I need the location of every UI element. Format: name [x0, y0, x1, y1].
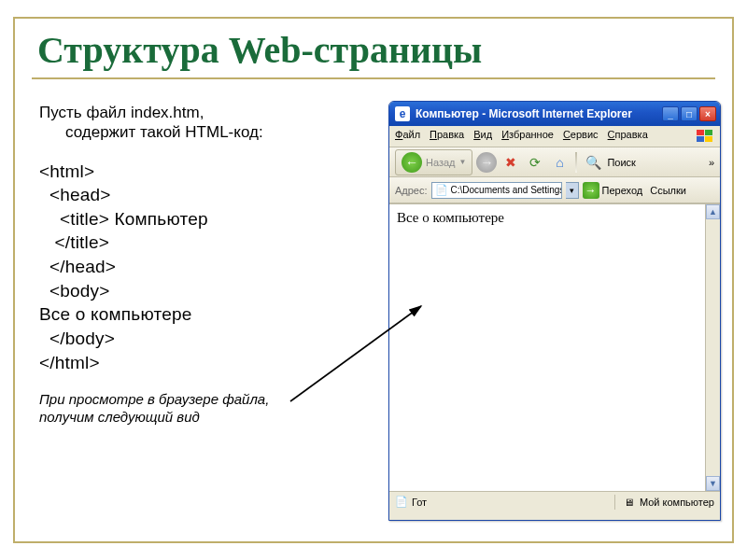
- page-icon: 📄: [435, 184, 448, 197]
- menu-favorites[interactable]: Избранное: [501, 129, 554, 144]
- maximize-button[interactable]: □: [681, 106, 698, 121]
- slide-title: Структура Web-страницы: [37, 28, 732, 72]
- code-line: <title> Компьютер: [39, 207, 357, 231]
- back-label: Назад: [426, 157, 456, 168]
- address-bar: Адрес: 📄 C:\Documents and Settings\ ▾ → …: [389, 177, 720, 203]
- svg-rect-0: [697, 130, 704, 135]
- go-arrow-icon: →: [583, 182, 599, 199]
- go-label: Переход: [602, 185, 643, 196]
- links-label[interactable]: Ссылки: [650, 185, 686, 196]
- go-button[interactable]: → Переход: [583, 182, 643, 199]
- outro-line: При просмотре в браузере файла,: [39, 391, 357, 409]
- search-label[interactable]: Поиск: [607, 157, 635, 168]
- back-button[interactable]: ← Назад ▼: [395, 149, 472, 175]
- back-arrow-icon: ←: [402, 152, 422, 173]
- code-line: <html>: [39, 160, 357, 184]
- svg-rect-3: [705, 136, 712, 142]
- code-line: <head>: [39, 183, 357, 207]
- menu-bar: Файл Правка Вид Избранное Сервис Справка: [389, 126, 720, 147]
- menu-edit[interactable]: Правка: [430, 129, 464, 144]
- stop-button[interactable]: ✖: [500, 152, 521, 173]
- outro-line: получим следующий вид: [39, 409, 357, 427]
- menu-help[interactable]: Справка: [608, 129, 648, 144]
- outro-text: При просмотре в браузере файла, получим …: [39, 391, 357, 427]
- svg-rect-1: [705, 130, 712, 135]
- intro-text: Пусть файл index.htm, содержит такой HTM…: [39, 103, 357, 143]
- address-input[interactable]: 📄 C:\Documents and Settings\: [431, 182, 562, 199]
- ie-app-icon: e: [395, 106, 410, 121]
- refresh-button[interactable]: ⟳: [525, 152, 545, 173]
- home-button[interactable]: ⌂: [549, 152, 570, 173]
- code-line: </head>: [39, 255, 357, 279]
- code-line: </body>: [39, 327, 357, 351]
- status-separator: [614, 495, 615, 510]
- toolbar: ← Назад ▼ → ✖ ⟳ ⌂ 🔍 Поиск »: [389, 147, 720, 177]
- menu-file[interactable]: Файл: [395, 129, 420, 144]
- address-label: Адрес:: [395, 185, 428, 196]
- intro-line: содержит такой HTML-код:: [39, 122, 357, 142]
- zone-label: Мой компьютер: [640, 497, 714, 508]
- browser-window: e Компьютер - Microsoft Internet Explore…: [388, 101, 721, 521]
- menu-tools[interactable]: Сервис: [563, 129, 599, 144]
- titlebar[interactable]: e Компьютер - Microsoft Internet Explore…: [389, 102, 720, 126]
- toolbar-overflow-icon[interactable]: »: [709, 157, 714, 168]
- window-buttons: _ □ ×: [662, 106, 716, 121]
- scroll-up-icon[interactable]: ▲: [706, 204, 720, 219]
- toolbar-separator: [575, 152, 577, 173]
- my-computer-icon: 🖥: [623, 496, 636, 509]
- address-dropdown-icon[interactable]: ▾: [566, 182, 579, 199]
- left-column: Пусть файл index.htm, содержит такой HTM…: [39, 103, 357, 427]
- scroll-down-icon[interactable]: ▼: [706, 476, 720, 491]
- status-text: Гот: [412, 497, 427, 508]
- status-page-icon: 📄: [395, 496, 408, 509]
- status-bar: 📄 Гот 🖥 Мой компьютер: [389, 491, 720, 511]
- svg-rect-2: [697, 136, 704, 142]
- slide-frame: Структура Web-страницы Пусть файл index.…: [13, 17, 734, 543]
- page-content: Все о компьютере ▲ ▼: [389, 203, 720, 491]
- page-text: Все о компьютере: [397, 210, 504, 225]
- dropdown-icon: ▼: [459, 158, 467, 166]
- scrollbar[interactable]: ▲ ▼: [705, 204, 720, 491]
- code-line: </title>: [39, 231, 357, 255]
- intro-line: Пусть файл index.htm,: [39, 103, 357, 122]
- search-icon[interactable]: 🔍: [583, 152, 603, 173]
- menu-view[interactable]: Вид: [473, 129, 492, 144]
- forward-button[interactable]: →: [476, 152, 497, 173]
- close-button[interactable]: ×: [699, 106, 716, 121]
- code-line: </html>: [39, 351, 357, 375]
- minimize-button[interactable]: _: [662, 106, 679, 121]
- window-title: Компьютер - Microsoft Internet Explorer: [416, 107, 656, 120]
- windows-flag-icon: [696, 129, 714, 144]
- address-value: C:\Documents and Settings\: [451, 185, 562, 195]
- code-block: <html> <head> <title> Компьютер </title>…: [39, 160, 357, 375]
- code-line: Все о компьютере: [39, 302, 357, 327]
- title-divider: [32, 77, 715, 79]
- code-line: <body>: [39, 279, 357, 303]
